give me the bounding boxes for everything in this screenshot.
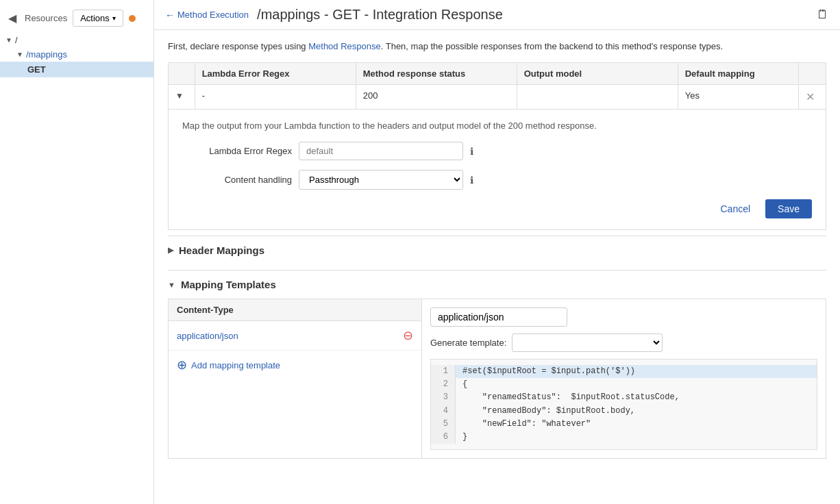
content-handling-label: Content handling: [182, 175, 292, 185]
expanded-description: Map the output from your Lambda function…: [182, 121, 812, 131]
sidebar-header: ◀ Resources Actions ▾: [0, 5, 153, 31]
line-num-5: 5: [431, 418, 456, 431]
tree-item-root: ▼ / ▼ /mappings GET: [0, 31, 153, 79]
editor-panel: Generate template: 1 #set($inputRoot = $…: [422, 299, 826, 458]
mapping-templates-section: ▼ Mapping Templates Content-Type applica…: [168, 270, 826, 459]
resources-label: Resources: [25, 13, 67, 23]
lambda-regex-info-icon: ℹ: [470, 146, 473, 157]
main-content: ← Method Execution /mappings - GET - Int…: [154, 0, 840, 504]
method-response-link[interactable]: Method Response: [308, 41, 381, 51]
cell-expand: ▼: [169, 85, 195, 110]
code-line-3: 3 "renamedStatus": $inputRoot.statusCode…: [431, 391, 817, 404]
doc-icon[interactable]: 🗒: [817, 8, 829, 22]
remove-content-type-icon[interactable]: ⊖: [403, 328, 413, 343]
content-type-panel: Content-Type application/json ⊖ ⊕ Add ma…: [169, 299, 422, 458]
tree-label-mappings: /mappings: [26, 49, 67, 60]
add-template-icon: ⊕: [177, 357, 187, 373]
code-line-2: 2 {: [431, 378, 817, 391]
col-action: [799, 63, 826, 85]
tree-arrow-root: ▼: [5, 36, 12, 44]
code-content-4: "renamedBody": $inputRoot.body,: [462, 405, 635, 418]
tree-node-root[interactable]: ▼ /: [0, 33, 153, 47]
editor-title-input[interactable]: [430, 307, 567, 327]
mapping-content: Content-Type application/json ⊖ ⊕ Add ma…: [168, 299, 826, 459]
response-table: Lambda Error Regex Method response statu…: [168, 62, 826, 110]
page-title: /mappings - GET - Integration Response: [257, 7, 503, 23]
content-type-header: Content-Type: [169, 299, 421, 321]
lambda-regex-row: Lambda Error Regex ℹ: [182, 142, 812, 160]
lambda-regex-label: Lambda Error Regex: [182, 146, 292, 156]
header-mappings-arrow: ▶: [168, 246, 173, 255]
col-expand: [169, 63, 195, 85]
table-row: ▼ - 200 Yes ✕: [169, 85, 826, 110]
generate-template-row: Generate template:: [430, 333, 817, 352]
content-handling-info-icon: ℹ: [470, 175, 473, 186]
expanded-detail: Map the output from your Lambda function…: [168, 110, 826, 230]
cell-remove: ✕: [799, 85, 826, 110]
code-content-6: }: [462, 431, 467, 444]
code-line-4: 4 "renamedBody": $inputRoot.body,: [431, 405, 817, 418]
code-content-1: #set($inputRoot = $input.path('$')): [462, 365, 635, 378]
content-type-item-json[interactable]: application/json ⊖: [169, 321, 421, 351]
sidebar: ◀ Resources Actions ▾ ▼ / ▼ /mappings GE…: [0, 0, 154, 504]
description-text-before: First, declare response types using: [168, 41, 308, 51]
back-link[interactable]: ← Method Execution: [165, 10, 249, 21]
code-content-3: "renamedStatus": $inputRoot.statusCode,: [462, 391, 680, 404]
tree-node-mappings[interactable]: ▼ /mappings: [0, 47, 153, 62]
tree-leaf-get[interactable]: GET: [0, 62, 153, 77]
col-model: Output model: [517, 63, 678, 85]
line-num-3: 3: [431, 391, 456, 404]
form-actions: Cancel Save: [182, 199, 812, 218]
content-handling-row: Content handling Passthrough Convert to …: [182, 170, 812, 190]
description-text-after: . Then, map the possible responses from …: [381, 41, 723, 51]
code-line-5: 5 "newField": "whatever": [431, 418, 817, 431]
save-button[interactable]: Save: [765, 199, 812, 218]
col-lambda-error: Lambda Error Regex: [195, 63, 356, 85]
actions-button[interactable]: Actions ▾: [73, 10, 123, 27]
code-content-5: "newField": "whatever": [462, 418, 591, 431]
line-num-2: 2: [431, 378, 456, 391]
code-editor[interactable]: 1 #set($inputRoot = $input.path('$')) 2 …: [430, 359, 817, 450]
content-handling-select[interactable]: Passthrough Convert to binary Convert to…: [299, 170, 463, 190]
description: First, declare response types using Meth…: [168, 41, 826, 51]
code-line-6: 6 }: [431, 431, 817, 444]
col-status: Method response status: [356, 63, 517, 85]
header-mappings-toggle[interactable]: ▶ Header Mappings: [168, 236, 826, 264]
cancel-button[interactable]: Cancel: [712, 199, 758, 218]
tree-arrow-mappings: ▼: [16, 51, 23, 58]
mapping-templates-label: Mapping Templates: [181, 279, 276, 290]
mapping-templates-arrow: ▼: [168, 281, 175, 289]
generate-label: Generate template:: [430, 338, 506, 348]
cell-status: 200: [356, 85, 517, 110]
code-content-2: {: [462, 378, 467, 391]
line-num-1: 1: [431, 365, 456, 378]
cell-default: Yes: [678, 85, 798, 110]
topbar: ← Method Execution /mappings - GET - Int…: [154, 0, 840, 30]
content-type-link-json[interactable]: application/json: [177, 331, 238, 341]
header-mappings-section: ▶ Header Mappings: [168, 236, 826, 264]
generate-template-select[interactable]: [512, 333, 663, 352]
col-default: Default mapping: [678, 63, 798, 85]
expand-button[interactable]: ▼: [175, 91, 184, 101]
header-mappings-label: Header Mappings: [179, 244, 264, 256]
line-num-6: 6: [431, 431, 456, 444]
tree-label-get: GET: [27, 64, 46, 75]
actions-caret-icon: ▾: [112, 14, 116, 22]
cell-model: [517, 85, 678, 110]
content-area: First, declare response types using Meth…: [154, 30, 840, 470]
status-dot: [129, 15, 136, 22]
back-link-label: Method Execution: [177, 10, 249, 20]
tree-label-root: /: [15, 35, 18, 45]
mapping-templates-toggle[interactable]: ▼ Mapping Templates: [168, 270, 826, 299]
remove-row-button[interactable]: ✕: [806, 90, 815, 103]
add-template-label: Add mapping template: [191, 360, 280, 370]
add-template-row[interactable]: ⊕ Add mapping template: [169, 351, 421, 379]
code-line-1: 1 #set($inputRoot = $input.path('$')): [431, 365, 817, 378]
cell-lambda-error: -: [195, 85, 356, 110]
back-arrow-icon: ←: [165, 10, 175, 21]
line-num-4: 4: [431, 405, 456, 418]
nav-back-icon[interactable]: ◀: [5, 12, 19, 25]
lambda-regex-input[interactable]: [299, 142, 463, 160]
actions-label: Actions: [80, 13, 110, 23]
